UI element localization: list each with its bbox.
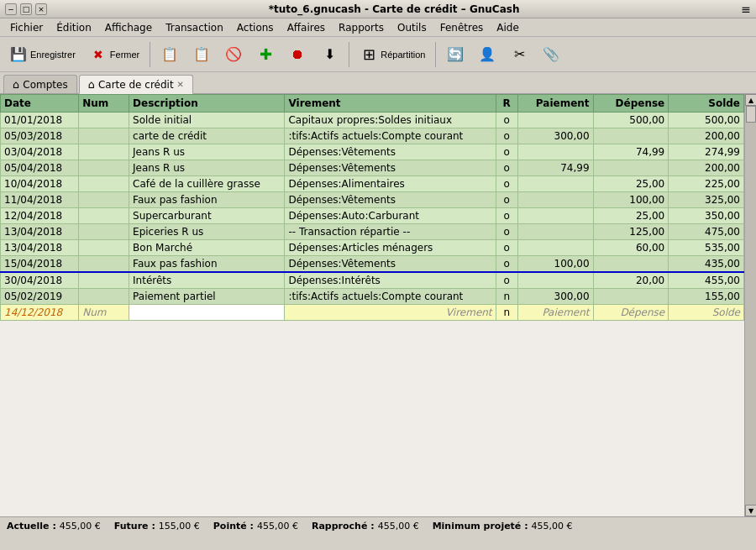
- table-row[interactable]: 01/01/2018Solde initialCapitaux propres:…: [1, 113, 744, 128]
- minimize-button[interactable]: −: [5, 3, 17, 15]
- table-row[interactable]: 15/04/2018Faux pas fashionDépenses:Vêtem…: [1, 256, 744, 273]
- cell-virement: Dépenses:Vêtements: [285, 256, 496, 273]
- cell-desc: Jeans R us: [129, 144, 285, 160]
- close-button[interactable]: ✖ Fermer: [83, 40, 145, 69]
- table-row[interactable]: 13/04/2018Epiceries R us-- Transaction r…: [1, 224, 744, 240]
- refresh-button[interactable]: 🔄: [440, 40, 470, 69]
- close-label: Fermer: [110, 50, 139, 60]
- table-row[interactable]: 13/04/2018Bon MarchéDépenses:Articles mé…: [1, 240, 744, 256]
- menu-item-affichage[interactable]: Affichage: [98, 20, 159, 35]
- restore-button[interactable]: □: [20, 3, 32, 15]
- cell-desc: Solde initial: [129, 113, 285, 128]
- down-icon: ⬇: [320, 45, 339, 64]
- header-r[interactable]: R: [496, 95, 517, 113]
- clip-button[interactable]: 📎: [536, 40, 566, 69]
- cell-paiement: [517, 208, 593, 224]
- cell-depense: 125,00: [593, 224, 669, 240]
- header-desc[interactable]: Description: [129, 95, 285, 113]
- menu-item-outils[interactable]: Outils: [391, 20, 433, 35]
- cell-paiement[interactable]: Paiement: [517, 305, 593, 321]
- tab-carte-credit[interactable]: ⌂ Carte de crédit ✕: [79, 75, 193, 94]
- close-button[interactable]: ×: [35, 3, 47, 15]
- cell-virement: :tifs:Actifs actuels:Compte courant: [285, 128, 496, 144]
- menu-bar: FichierÉditionAffichageTransactionAction…: [0, 18, 756, 37]
- cell-virement: Dépenses:Alimentaires: [285, 176, 496, 192]
- record-button[interactable]: ⏺: [282, 40, 312, 69]
- cell-r: n: [496, 305, 517, 321]
- menu-item-affaires[interactable]: Affaires: [281, 20, 332, 35]
- delete-button[interactable]: 🚫: [218, 40, 249, 69]
- menu-item-fenêtres[interactable]: Fenêtres: [433, 20, 491, 35]
- cell-r: o: [496, 224, 517, 240]
- cell-depense[interactable]: Dépense: [593, 305, 669, 321]
- cell-date: 05/03/2018: [1, 128, 79, 144]
- menu-item-actions[interactable]: Actions: [230, 20, 281, 35]
- cell-num: [79, 160, 129, 176]
- menu-item-aide[interactable]: Aide: [490, 20, 526, 35]
- cell-solde: 274,99: [669, 144, 744, 160]
- cell-desc[interactable]: [129, 305, 285, 321]
- header-solde[interactable]: Solde: [669, 95, 744, 113]
- cell-virement: -- Transaction répartie --: [285, 224, 496, 240]
- down-button[interactable]: ⬇: [314, 40, 344, 69]
- table-row[interactable]: 05/04/2018Jeans R usDépenses:Vêtementso7…: [1, 160, 744, 176]
- cell-depense: 100,00: [593, 192, 669, 208]
- table-row[interactable]: 03/04/2018Jeans R usDépenses:Vêtementso7…: [1, 144, 744, 160]
- future-label: Future :: [114, 521, 155, 532]
- cell-num: [79, 176, 129, 192]
- cell-virement[interactable]: Virement: [285, 305, 496, 321]
- cell-desc: Jeans R us: [129, 160, 285, 176]
- cell-paiement: [517, 272, 593, 289]
- rapproche-value: 455,00 €: [378, 521, 419, 532]
- repartition-button[interactable]: ⊞ Répartition: [354, 40, 431, 69]
- duplicate-button[interactable]: 📋: [155, 40, 185, 69]
- table-row[interactable]: 12/04/2018SupercarburantDépenses:Auto:Ca…: [1, 208, 744, 224]
- header-depense[interactable]: Dépense: [593, 95, 669, 113]
- cell-desc: Bon Marché: [129, 240, 285, 256]
- save-button[interactable]: 💾 Enregistrer: [3, 40, 81, 69]
- scroll-thumb[interactable]: [746, 106, 756, 123]
- header-num[interactable]: Num: [79, 95, 129, 113]
- scrollbar[interactable]: ▲ ▼: [744, 94, 756, 516]
- cell-solde: 500,00: [669, 113, 744, 128]
- cell-date[interactable]: 14/12/2018: [1, 305, 79, 321]
- add-button[interactable]: ✚: [250, 40, 281, 69]
- menu-item-fichier[interactable]: Fichier: [3, 20, 50, 35]
- copy-icon: 📋: [192, 45, 211, 64]
- tab-close-icon[interactable]: ✕: [177, 80, 184, 89]
- table-row[interactable]: 10/04/2018Café de la cuillère grasseDépe…: [1, 176, 744, 192]
- cell-num: [79, 272, 129, 289]
- menu-item-rapports[interactable]: Rapports: [332, 20, 391, 35]
- cell-num[interactable]: Num: [79, 305, 129, 321]
- table-row[interactable]: 05/03/2018carte de crédit:tifs:Actifs ac…: [1, 128, 744, 144]
- status-rapproche: Rapproché : 455,00 €: [312, 521, 419, 532]
- cell-r: o: [496, 256, 517, 273]
- header-virement[interactable]: Virement: [285, 95, 496, 113]
- status-actuelle: Actuelle : 455,00 €: [7, 521, 101, 532]
- menu-item-transaction[interactable]: Transaction: [159, 20, 230, 35]
- window-menu-icon[interactable]: ≡: [741, 3, 751, 16]
- table-row[interactable]: 11/04/2018Faux pas fashionDépenses:Vêtem…: [1, 192, 744, 208]
- header-date[interactable]: Date: [1, 95, 79, 113]
- copy-button[interactable]: 📋: [186, 40, 217, 69]
- status-pointe: Pointé : 455,00 €: [213, 521, 298, 532]
- cell-date: 12/04/2018: [1, 208, 79, 224]
- person-button[interactable]: 👤: [472, 40, 502, 69]
- actuelle-value: 455,00 €: [60, 521, 101, 532]
- table-row[interactable]: 14/12/2018NumVirementnPaiementDépenseSol…: [1, 305, 744, 321]
- scroll-up-button[interactable]: ▲: [745, 94, 756, 106]
- menu-item-édition[interactable]: Édition: [50, 20, 98, 35]
- header-paiement[interactable]: Paiement: [517, 95, 593, 113]
- table-row[interactable]: 05/02/2019Paiement partiel:tifs:Actifs a…: [1, 289, 744, 305]
- cell-desc: Supercarburant: [129, 208, 285, 224]
- save-icon: 💾: [9, 45, 28, 64]
- cell-solde: 155,00: [669, 289, 744, 305]
- table-row[interactable]: 30/04/2018IntérêtsDépenses:Intérêtso20,0…: [1, 272, 744, 289]
- cell-date: 10/04/2018: [1, 176, 79, 192]
- cell-num: [79, 224, 129, 240]
- scroll-down-button[interactable]: ▼: [745, 505, 756, 516]
- actuelle-label: Actuelle :: [7, 521, 56, 532]
- tab-comptes[interactable]: ⌂ Comptes: [3, 75, 77, 93]
- window-controls[interactable]: − □ ×: [5, 3, 47, 15]
- scissors-button[interactable]: ✂: [504, 40, 534, 69]
